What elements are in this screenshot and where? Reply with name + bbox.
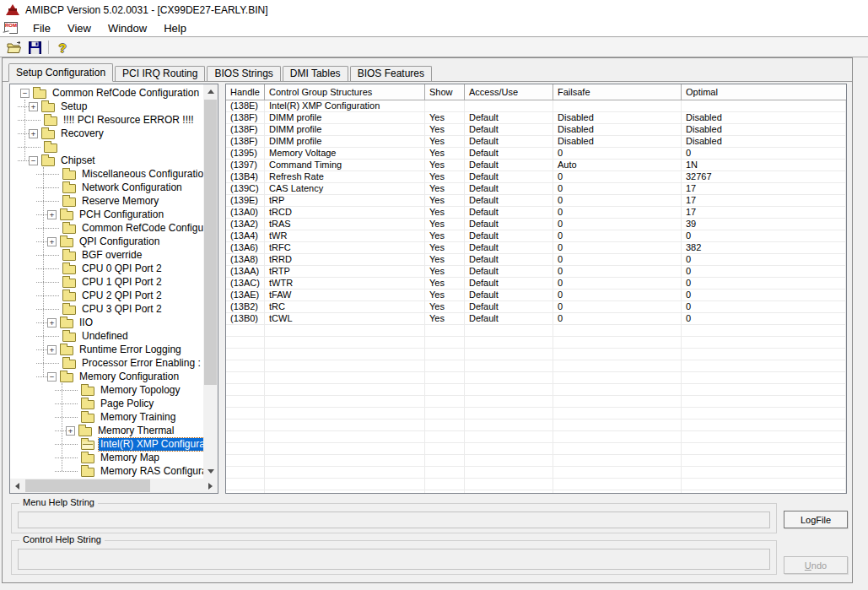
tree-connector-stub — [36, 376, 47, 377]
expand-icon[interactable]: + — [47, 237, 57, 246]
menu-view[interactable]: View — [59, 19, 100, 36]
open-file-button[interactable] — [4, 39, 24, 57]
table-row[interactable]: (13AC)tWTRYesDefault00 — [226, 278, 846, 290]
tree-item-page-policy[interactable]: Page Policy — [10, 397, 203, 410]
menu-file[interactable]: File — [24, 19, 59, 36]
tree-item-processor-error-enabling[interactable]: Processor Error Enabling : — [10, 356, 203, 370]
tree-item-memory-ras-configuratio[interactable]: Memory RAS Configuratio — [10, 464, 203, 478]
table-cell: (13B2) — [226, 301, 265, 312]
tree-item-memory-configuration[interactable]: −Memory Configuration — [10, 370, 203, 383]
tree-item-network-configuration[interactable]: Network Configuration — [10, 181, 203, 194]
scroll-left-arrow[interactable] — [10, 479, 24, 493]
tree-item-recovery[interactable]: +Recovery — [10, 127, 203, 140]
table-row[interactable]: (13AA)tRTPYesDefault00 — [226, 266, 846, 278]
tree-item-cpu-1-qpi-port-2[interactable]: CPU 1 QPI Port 2 — [10, 275, 203, 289]
tree-item-unnamed[interactable] — [10, 140, 203, 154]
scrollbar-thumb[interactable] — [204, 100, 217, 385]
tree-item-runtime-error-logging[interactable]: +Runtime Error Logging — [10, 343, 203, 356]
expand-icon[interactable]: + — [47, 210, 57, 219]
column-header-access-use[interactable]: Access/Use — [465, 84, 553, 100]
tree-item-memory-training[interactable]: Memory Training — [10, 410, 203, 424]
tree-item-label: Memory Thermal — [96, 425, 175, 437]
table-row[interactable]: (13A4)tWRYesDefault00 — [226, 230, 846, 242]
tree-item-memory-thermal[interactable]: +Memory Thermal — [10, 424, 203, 437]
table-row[interactable]: (138F)DIMM profileYesDefaultDisabledDisa… — [226, 112, 846, 124]
tree-vertical-scrollbar[interactable] — [203, 84, 218, 479]
tree-item-bgf-override[interactable]: BGF override — [10, 248, 203, 262]
tree-item-label: CPU 0 QPI Port 2 — [80, 263, 164, 275]
column-header-optimal[interactable]: Optimal — [682, 84, 846, 100]
column-header-control-group-structures[interactable]: Control Group Structures — [265, 84, 425, 100]
tree-item-common-refcode-configurati[interactable]: Common RefCode Configurati — [10, 221, 203, 235]
column-header-show[interactable]: Show — [425, 84, 465, 100]
tab-dmi-tables[interactable]: DMI Tables — [283, 66, 348, 81]
tree-item-pci-resource-error[interactable]: !!!! PCI Resource ERROR !!!! — [10, 113, 203, 127]
column-header-failsafe[interactable]: Failsafe — [553, 84, 682, 100]
expand-icon[interactable]: + — [47, 318, 57, 327]
table-cell — [226, 325, 265, 336]
tree-item-common-refcode-configuration[interactable]: −Common RefCode Configuration — [10, 86, 203, 100]
tree-item-reserve-memory[interactable]: Reserve Memory — [10, 194, 203, 208]
tree-item-cpu-2-qpi-port-2[interactable]: CPU 2 QPI Port 2 — [10, 289, 203, 302]
expand-icon[interactable]: + — [29, 102, 38, 111]
table-row[interactable]: (13A0)tRCDYesDefault017 — [226, 207, 846, 219]
rom-document-icon[interactable]: ROM — [4, 22, 18, 34]
tab-setup-configuration[interactable]: Setup Configuration — [8, 63, 113, 82]
undo-button[interactable]: Undo — [784, 556, 848, 574]
expand-icon[interactable]: + — [47, 345, 57, 355]
tab-bios-strings[interactable]: BIOS Strings — [207, 66, 280, 81]
table-row[interactable]: (13A6)tRFCYesDefault0382 — [226, 242, 846, 254]
tree-item-qpi-configuration[interactable]: +QPI Configuration — [10, 235, 203, 248]
table-row[interactable]: (13B0)tCWLYesDefault00 — [226, 313, 846, 325]
tree-item-cpu-3-qpi-port-2[interactable]: CPU 3 QPI Port 2 — [10, 302, 203, 316]
collapse-icon[interactable]: − — [29, 156, 38, 165]
tree-item-miscellaneous-configuration[interactable]: Miscellaneous Configuration — [10, 167, 203, 181]
collapse-icon[interactable]: − — [20, 89, 30, 98]
tree-item-intel-r-xmp-configuratio[interactable]: Intel(R) XMP Configuratio — [10, 437, 203, 451]
tree-item-memory-topology[interactable]: Memory Topology — [10, 383, 203, 397]
tree-item-undefined[interactable]: Undefined — [10, 329, 203, 343]
folder-icon — [41, 130, 55, 139]
tab-bios-features[interactable]: BIOS Features — [350, 66, 432, 81]
table-row[interactable]: (13A2)tRASYesDefault039 — [226, 219, 846, 230]
tree-item-pch-configuration[interactable]: +PCH Configuration — [10, 208, 203, 221]
table-cell — [465, 337, 553, 348]
table-row[interactable]: (138F)DIMM profileYesDefaultDisabledDisa… — [226, 136, 846, 148]
scroll-right-arrow[interactable] — [203, 479, 218, 493]
tree-item-chipset[interactable]: −Chipset — [10, 154, 203, 167]
tree-item-label: Network Configuration — [80, 181, 184, 194]
menu-help[interactable]: Help — [155, 19, 195, 36]
table-cell — [682, 419, 846, 430]
table-row[interactable]: (139C)CAS LatencyYesDefault017 — [226, 183, 846, 195]
scroll-up-arrow[interactable] — [203, 84, 218, 99]
table-cell: Refresh Rate — [265, 171, 425, 182]
logfile-button[interactable]: LogFile — [784, 511, 848, 528]
scrollbar-thumb[interactable] — [25, 479, 150, 492]
table-cell — [425, 443, 465, 454]
setup-tree-panel: −Common RefCode Configuration+Setup!!!! … — [9, 84, 218, 494]
expand-icon[interactable]: + — [29, 129, 38, 138]
table-row[interactable]: (138F)DIMM profileYesDefaultDisabledDisa… — [226, 124, 846, 136]
table-row[interactable]: (139E)tRPYesDefault017 — [226, 195, 846, 207]
tree-item-cpu-0-qpi-port-2[interactable]: CPU 0 QPI Port 2 — [10, 262, 203, 275]
save-button[interactable] — [24, 39, 45, 57]
tree-horizontal-scrollbar[interactable] — [10, 479, 218, 493]
column-header-handle[interactable]: Handle — [226, 84, 265, 100]
tree-item-iio[interactable]: +IIO — [10, 316, 203, 329]
menu-window[interactable]: Window — [100, 19, 155, 36]
tree-item-setup[interactable]: +Setup — [10, 100, 203, 113]
help-button[interactable]: ? — [52, 39, 73, 57]
table-row[interactable]: (138E)Intel(R) XMP Configuration — [226, 100, 846, 112]
table-row[interactable]: (13B2)tRCYesDefault00 — [226, 301, 846, 313]
table-row[interactable]: (13AE)tFAWYesDefault00 — [226, 290, 846, 301]
expand-icon[interactable]: + — [66, 426, 75, 436]
collapse-icon[interactable]: − — [47, 372, 57, 382]
tree-indent — [10, 201, 36, 202]
table-row[interactable]: (13B4)Refresh RateYesDefault032767 — [226, 171, 846, 183]
tab-pci-irq-routing[interactable]: PCI IRQ Routing — [115, 66, 205, 81]
table-row[interactable]: (13A8)tRRDYesDefault00 — [226, 254, 846, 266]
table-row[interactable]: (1395)Memory VoltageYesDefault00 — [226, 148, 846, 160]
table-row[interactable]: (1397)Command TimingYesDefaultAuto1N — [226, 160, 846, 171]
tree-item-memory-map[interactable]: Memory Map — [10, 451, 203, 464]
scroll-down-arrow[interactable] — [203, 464, 218, 479]
